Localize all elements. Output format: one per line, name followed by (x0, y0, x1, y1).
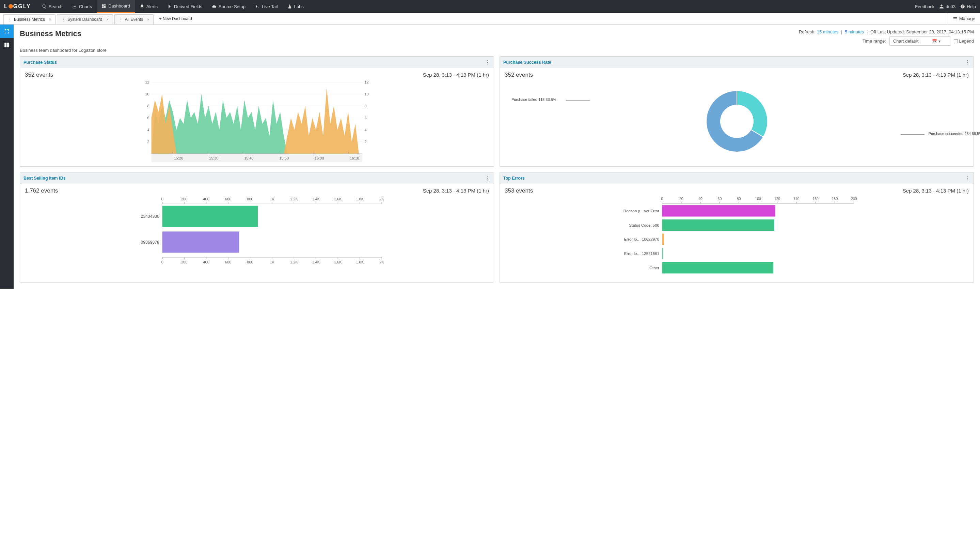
manage-icon (953, 16, 958, 21)
svg-text:400: 400 (203, 197, 209, 201)
svg-text:1.8K: 1.8K (356, 260, 364, 264)
svg-text:2: 2 (147, 140, 149, 144)
purchase-status-chart: 224466881010121215:2015:3015:4015:5016:0… (25, 80, 489, 162)
dashboard-tab-bar: ⋮Business Metrics×⋮System Dashboard×⋮All… (0, 13, 980, 24)
panel-title: Top Errors (503, 176, 525, 180)
legend-checkbox[interactable]: Legend (954, 38, 974, 44)
svg-rect-109 (662, 234, 664, 245)
svg-text:1.6K: 1.6K (334, 260, 342, 264)
panel-purchase-status: Purchase Status ⋮ 352 events Sep 28, 3:1… (20, 56, 494, 167)
nav-source-setup[interactable]: Source Setup (207, 0, 250, 13)
panel-title: Best Selling Item IDs (24, 176, 66, 180)
event-count: 1,762 events (25, 187, 58, 194)
svg-text:2K: 2K (379, 260, 384, 264)
expand-icon (4, 28, 10, 34)
timerange-value: Chart default (893, 38, 918, 44)
event-count: 352 events (504, 72, 533, 78)
panel-best-selling: Best Selling Item IDs ⋮ 1,762 events Sep… (20, 172, 494, 282)
svg-text:60: 60 (718, 197, 722, 201)
svg-text:200: 200 (851, 197, 857, 201)
tab-close-icon[interactable]: × (106, 18, 108, 21)
dashboard-icon (102, 4, 106, 8)
legend-label: Legend (959, 38, 974, 44)
nav-charts[interactable]: Charts (67, 0, 97, 13)
panel-menu-icon[interactable]: ⋮ (965, 175, 970, 181)
svg-rect-113 (662, 262, 773, 273)
tab-all-events[interactable]: ⋮All Events× (115, 14, 154, 24)
svg-text:2K: 2K (379, 197, 384, 201)
manage-label: Manage (959, 16, 975, 21)
tab-system-dashboard[interactable]: ⋮System Dashboard× (57, 14, 113, 24)
svg-rect-105 (662, 205, 775, 216)
svg-text:15:50: 15:50 (280, 156, 289, 160)
timerange-select[interactable]: Chart default 📅 ▾ (889, 37, 950, 46)
svg-text:40: 40 (698, 197, 703, 201)
svg-text:0: 0 (161, 197, 164, 201)
tab-close-icon[interactable]: × (147, 18, 149, 21)
page-subtitle: Business team dashboard for Logazon stor… (20, 48, 974, 53)
svg-text:120: 120 (774, 197, 780, 201)
event-count: 352 events (25, 72, 53, 78)
labs-icon (287, 4, 292, 9)
svg-text:1.8K: 1.8K (356, 197, 364, 201)
layout-rail-button[interactable] (0, 38, 14, 52)
username: dutt3 (946, 4, 956, 9)
help-label: Help (967, 4, 976, 9)
svg-text:10: 10 (145, 92, 149, 96)
help-link[interactable]: Help (960, 4, 976, 9)
donut-label-failed: Purchase failed 118 33.5% (511, 97, 556, 102)
feedback-link[interactable]: Feedback (915, 4, 934, 9)
refresh-5min-link[interactable]: 5 minutes (845, 29, 864, 34)
panel-success-rate: Purchase Success Rate ⋮ 352 events Sep 2… (500, 56, 974, 167)
svg-text:160: 160 (813, 197, 819, 201)
tab-business-metrics[interactable]: ⋮Business Metrics× (3, 14, 56, 24)
nav-alerts[interactable]: Alerts (135, 0, 162, 13)
svg-text:4: 4 (365, 128, 367, 132)
svg-text:6: 6 (147, 116, 149, 120)
nav-live-tail[interactable]: Live Tail (250, 0, 283, 13)
logo-o-icon (8, 4, 13, 8)
nav-search[interactable]: Search (37, 0, 67, 13)
nav-labs[interactable]: Labs (283, 0, 309, 13)
svg-text:20: 20 (679, 197, 683, 201)
svg-text:2: 2 (365, 140, 367, 144)
svg-text:15:40: 15:40 (244, 156, 254, 160)
donut-label-succeeded: Purchase succeeded 234 66.5% (929, 132, 980, 136)
top-nav: LGGLY SearchChartsDashboardAlertsDerived… (0, 0, 980, 13)
chart-icon (72, 4, 77, 9)
svg-text:1.6K: 1.6K (334, 197, 342, 201)
panel-menu-icon[interactable]: ⋮ (485, 59, 490, 65)
svg-text:1.4K: 1.4K (312, 197, 320, 201)
checkbox-icon (954, 39, 958, 43)
nav-dashboard[interactable]: Dashboard (97, 0, 135, 13)
svg-text:600: 600 (225, 197, 232, 201)
refresh-15min-link[interactable]: 15 minutes (817, 29, 839, 34)
refresh-off: Off (870, 29, 876, 34)
svg-text:Reason p…ver Error: Reason p…ver Error (624, 209, 659, 213)
fullscreen-rail-button[interactable] (0, 24, 14, 38)
svg-text:16:10: 16:10 (350, 156, 359, 160)
svg-text:8: 8 (147, 104, 149, 108)
panel-menu-icon[interactable]: ⋮ (485, 175, 490, 181)
svg-text:140: 140 (794, 197, 800, 201)
svg-text:Other: Other (649, 266, 659, 270)
cloud-icon (212, 4, 216, 9)
svg-text:80: 80 (737, 197, 741, 201)
user-menu[interactable]: dutt3 (939, 4, 956, 9)
new-dashboard-button[interactable]: + New Dashboard (155, 13, 196, 24)
svg-text:09869878: 09869878 (141, 240, 159, 245)
svg-text:200: 200 (181, 197, 188, 201)
manage-button[interactable]: Manage (948, 13, 980, 24)
success-rate-chart: Purchase failed 118 33.5% Purchase succe… (504, 80, 969, 162)
panel-menu-icon[interactable]: ⋮ (965, 59, 970, 65)
nav-derived-fields[interactable]: Derived Fields (162, 0, 207, 13)
svg-text:6: 6 (365, 116, 367, 120)
svg-text:800: 800 (247, 197, 253, 201)
svg-text:8: 8 (365, 104, 367, 108)
derived-icon (167, 4, 172, 9)
search-icon (42, 4, 47, 9)
panel-top-errors: Top Errors ⋮ 353 events Sep 28, 3:13 - 4… (500, 172, 974, 282)
event-timerange: Sep 28, 3:13 - 4:13 PM (1 hr) (903, 72, 969, 78)
tab-close-icon[interactable]: × (49, 18, 51, 21)
svg-text:Status Code: 500: Status Code: 500 (629, 223, 659, 227)
